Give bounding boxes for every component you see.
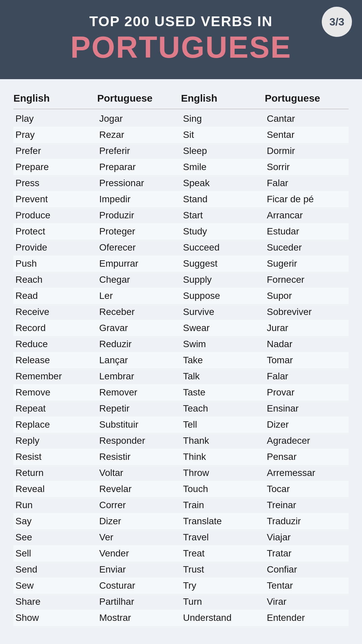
cell-pt2: Traduzir <box>265 515 349 527</box>
cell-pt2: Arremessar <box>265 467 349 479</box>
cell-en2: Take <box>181 354 265 366</box>
cell-pt2: Sorrir <box>265 161 349 173</box>
col-header-en2: English <box>181 93 265 104</box>
cell-pt1: Preferir <box>97 145 181 157</box>
cell-en2: Understand <box>181 612 265 624</box>
table-row: ReduceReduzirSwimNadar <box>13 336 349 352</box>
cell-en2: Sit <box>181 129 265 141</box>
cell-pt2: Entender <box>265 612 349 624</box>
cell-en2: Translate <box>181 515 265 527</box>
cell-pt2: Cantar <box>265 113 349 125</box>
cell-pt2: Agradecer <box>265 435 349 447</box>
table-row: ProtectProtegerStudyEstudar <box>13 223 349 239</box>
cell-pt1: Substituir <box>97 419 181 431</box>
cell-pt1: Ler <box>97 290 181 302</box>
columns-header: English Portuguese English Portuguese <box>13 89 349 109</box>
cell-en1: See <box>13 531 97 543</box>
cell-pt2: Ensinar <box>265 402 349 415</box>
table-row: PlayJogarSingCantar <box>13 111 349 127</box>
cell-en2: Suggest <box>181 258 265 270</box>
cell-pt2: Virar <box>265 596 349 608</box>
cell-pt1: Repetir <box>97 402 181 415</box>
cell-pt2: Supor <box>265 290 349 302</box>
cell-en2: Swim <box>181 338 265 350</box>
cell-pt1: Mostrar <box>97 612 181 624</box>
cell-en2: Supply <box>181 274 265 286</box>
cell-pt2: Viajar <box>265 531 349 543</box>
table-row: RevealRevelarTouchTocar <box>13 481 349 497</box>
table-row: RememberLembrarTalkFalar <box>13 368 349 384</box>
cell-pt1: Chegar <box>97 274 181 286</box>
table-row: PreferPreferirSleepDormir <box>13 143 349 159</box>
table-row: SewCosturarTryTentar <box>13 578 349 594</box>
cell-en1: Share <box>13 596 97 608</box>
cell-pt1: Reduzir <box>97 338 181 350</box>
cell-pt1: Costurar <box>97 580 181 592</box>
cell-pt1: Revelar <box>97 483 181 495</box>
cell-pt1: Oferecer <box>97 241 181 254</box>
cell-pt2: Falar <box>265 370 349 382</box>
table-row: RepeatRepetirTeachEnsinar <box>13 400 349 417</box>
cell-en1: Sew <box>13 580 97 592</box>
cell-pt2: Sugerir <box>265 258 349 270</box>
cell-en1: Press <box>13 177 97 189</box>
cell-en2: Smile <box>181 161 265 173</box>
cell-en1: Repeat <box>13 402 97 415</box>
cell-en1: Produce <box>13 209 97 221</box>
cell-en1: Reveal <box>13 483 97 495</box>
cell-pt2: Provar <box>265 386 349 398</box>
cell-en2: Swear <box>181 322 265 334</box>
cell-pt2: Jurar <box>265 322 349 334</box>
rows-container: PlayJogarSingCantarPrayRezarSitSentarPre… <box>13 111 349 626</box>
table-row: SharePartilharTurnVirar <box>13 594 349 610</box>
col-header-pt2: Portuguese <box>265 93 349 104</box>
cell-en2: Teach <box>181 402 265 415</box>
cell-en1: Remember <box>13 370 97 382</box>
cell-pt2: Estudar <box>265 225 349 237</box>
cell-en1: Provide <box>13 241 97 254</box>
cell-pt2: Dormir <box>265 145 349 157</box>
cell-pt2: Tratar <box>265 547 349 559</box>
header-title: PORTUGUESE <box>20 32 342 62</box>
cell-en1: Receive <box>13 306 97 318</box>
cell-en1: Pray <box>13 129 97 141</box>
table-row: PreparePrepararSmileSorrir <box>13 159 349 175</box>
cell-pt1: Preparar <box>97 161 181 173</box>
cell-en2: Treat <box>181 547 265 559</box>
cell-pt1: Partilhar <box>97 596 181 608</box>
table-row: SellVenderTreatTratar <box>13 545 349 561</box>
table-row: SeeVerTravelViajar <box>13 529 349 545</box>
cell-en2: Sleep <box>181 145 265 157</box>
cell-pt2: Tentar <box>265 580 349 592</box>
table-row: SayDizerTranslateTraduzir <box>13 513 349 529</box>
col-header-pt1: Portuguese <box>97 93 181 104</box>
cell-en1: Record <box>13 322 97 334</box>
cell-pt1: Ver <box>97 531 181 543</box>
cell-pt2: Tomar <box>265 354 349 366</box>
cell-en1: Read <box>13 290 97 302</box>
cell-en1: Prefer <box>13 145 97 157</box>
cell-en2: Speak <box>181 177 265 189</box>
table-row: ReadLerSupposeSupor <box>13 288 349 304</box>
cell-en2: Trust <box>181 564 265 576</box>
table-row: ResistResistirThinkPensar <box>13 449 349 465</box>
cell-pt2: Nadar <box>265 338 349 350</box>
cell-pt1: Lançar <box>97 354 181 366</box>
content: English Portuguese English Portuguese Pl… <box>0 79 362 636</box>
cell-en1: Protect <box>13 225 97 237</box>
cell-pt2: Falar <box>265 177 349 189</box>
table-row: ReleaseLançarTakeTomar <box>13 352 349 368</box>
cell-pt1: Lembrar <box>97 370 181 382</box>
cell-en1: Remove <box>13 386 97 398</box>
cell-en2: Sing <box>181 113 265 125</box>
cell-en1: Say <box>13 515 97 527</box>
cell-pt2: Suceder <box>265 241 349 254</box>
cell-en2: Train <box>181 499 265 511</box>
cell-en1: Prepare <box>13 161 97 173</box>
cell-en1: Return <box>13 467 97 479</box>
cell-pt1: Jogar <box>97 113 181 125</box>
cell-en2: Taste <box>181 386 265 398</box>
header-subtitle: TOP 200 USED VERBS IN <box>20 13 342 30</box>
cell-pt2: Confiar <box>265 564 349 576</box>
table-row: PressPressionarSpeakFalar <box>13 175 349 191</box>
